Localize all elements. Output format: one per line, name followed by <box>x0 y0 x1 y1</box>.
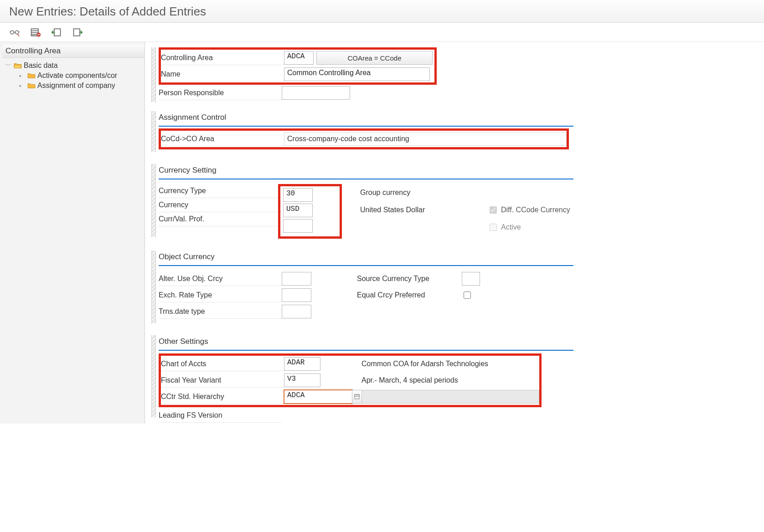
fiscal-year-variant-label: Fiscal Year Variant <box>161 373 284 388</box>
group-title-currency: Currency Setting <box>159 164 573 179</box>
curr-val-prof-label: Curr/Val. Prof. <box>159 212 282 226</box>
coarea-equals-ccode-button[interactable]: COArea = CCode <box>316 51 433 65</box>
delete-entry-icon[interactable] <box>30 27 41 39</box>
currency-type-input[interactable]: 30 <box>283 188 313 202</box>
f4-help-icon[interactable] <box>352 390 362 404</box>
tree-root-label: Basic data <box>24 61 58 70</box>
person-responsible-input[interactable] <box>282 86 350 100</box>
leading-fs-version-label: Leading FS Version <box>159 409 282 423</box>
tree-item-activate-components[interactable]: ▪ Activate components/cor <box>5 71 143 81</box>
nav-tree: Controlling Area ﹀ Basic data ▪ Activate… <box>0 42 145 424</box>
currency-desc: United States Dollar <box>360 206 451 214</box>
diff-ccode-currency-checkbox[interactable]: Diff. CCode Currency <box>488 205 570 215</box>
controlling-area-input[interactable]: ADCA <box>284 51 314 65</box>
chevron-down-icon: ﹀ <box>5 61 12 70</box>
page-title: New Entries: Details of Added Entries <box>9 5 755 19</box>
bullet-icon: ▪ <box>19 72 26 79</box>
folder-icon <box>27 82 36 89</box>
chart-of-accts-desc: Common COA for Adarsh Technologies <box>361 360 488 368</box>
glasses-icon[interactable] <box>9 27 20 39</box>
prev-entry-icon[interactable] <box>51 27 62 39</box>
highlight-currency-fields: 30 USD <box>278 184 342 239</box>
detail-panel: Controlling Area ADCA COArea = CCode Nam… <box>145 42 764 424</box>
controlling-area-label: Controlling Area <box>161 51 284 65</box>
currency-input[interactable]: USD <box>283 204 313 217</box>
tree-root-basic-data[interactable]: ﹀ Basic data <box>5 61 143 71</box>
svg-rect-8 <box>54 29 61 36</box>
active-checkbox[interactable]: Active <box>488 222 521 232</box>
alter-use-obj-crcy-label: Alter. Use Obj. Crcy <box>159 272 282 286</box>
nav-tree-header: Controlling Area <box>3 45 145 58</box>
cocd-coarea-value[interactable]: Cross-company-code cost accounting <box>284 132 567 146</box>
fiscal-year-variant-desc: Apr.- March, 4 special periods <box>361 376 458 384</box>
person-responsible-label: Person Responsible <box>159 86 282 100</box>
chart-of-accts-input[interactable]: ADAR <box>284 357 320 371</box>
exch-rate-type-label: Exch. Rate Type <box>159 288 282 302</box>
source-currency-type-label: Source Currency Type <box>357 275 462 283</box>
highlight-controlling-area: Controlling Area ADCA COArea = CCode Nam… <box>159 47 437 85</box>
exch-rate-type-input[interactable] <box>282 288 311 302</box>
folder-icon <box>27 72 36 79</box>
toolbar <box>0 23 764 42</box>
source-currency-type-input[interactable] <box>462 272 480 286</box>
fiscal-year-variant-input[interactable]: V3 <box>284 373 320 387</box>
group-title-other-settings: Other Settings <box>159 335 573 351</box>
equal-crcy-preferred-checkbox[interactable] <box>462 290 472 300</box>
folder-open-icon <box>14 62 22 69</box>
next-entry-icon[interactable] <box>72 27 83 39</box>
chart-of-accts-label: Chart of Accts <box>161 357 284 371</box>
svg-point-1 <box>15 31 19 34</box>
trns-date-type-label: Trns.date type <box>159 305 282 319</box>
svg-rect-11 <box>355 394 359 396</box>
svg-point-0 <box>10 31 14 34</box>
name-label: Name <box>161 67 284 82</box>
alter-use-obj-crcy-input[interactable] <box>282 272 311 286</box>
currency-label: Currency <box>159 198 282 212</box>
svg-rect-7 <box>37 34 40 35</box>
equal-crcy-preferred-label: Equal Crcy Preferred <box>357 291 462 299</box>
highlight-assignment: CoCd->CO Area Cross-company-code cost ac… <box>159 128 569 149</box>
tree-item-assignment-company[interactable]: ▪ Assignment of company <box>5 81 143 91</box>
curr-val-prof-input[interactable] <box>283 219 313 233</box>
svg-rect-9 <box>73 29 80 36</box>
currency-type-desc: Group currency <box>360 189 410 197</box>
bullet-icon: ▪ <box>19 82 26 89</box>
group-title-object-currency: Object Currency <box>159 251 573 266</box>
group-title-assignment: Assignment Control <box>159 111 573 127</box>
tree-item-label: Assignment of company <box>37 82 115 90</box>
currency-type-label: Currency Type <box>159 184 282 198</box>
tree-item-label: Activate components/cor <box>37 72 117 80</box>
cctr-std-hierarchy-label: CCtr Std. Hierarchy <box>161 390 284 404</box>
cctr-std-hierarchy-input[interactable]: ADCA <box>284 390 352 404</box>
trns-date-type-input[interactable] <box>282 305 311 318</box>
cocd-coarea-label: CoCd->CO Area <box>161 132 284 146</box>
title-bar: New Entries: Details of Added Entries <box>0 0 764 23</box>
name-input[interactable]: Common Controlling Area <box>284 67 430 81</box>
highlight-other-settings: Chart of Accts ADAR Common COA for Adars… <box>159 353 542 407</box>
